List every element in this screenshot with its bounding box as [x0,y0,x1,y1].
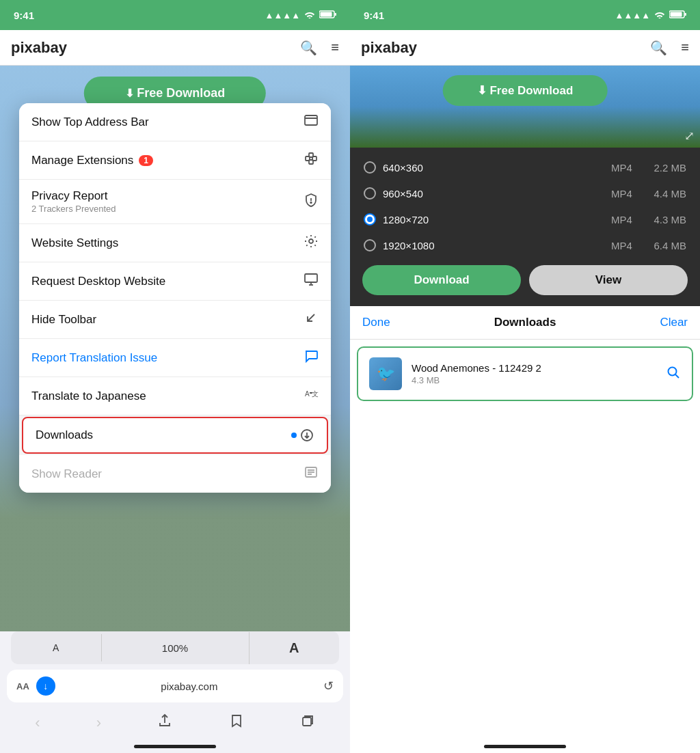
svg-rect-29 [671,12,682,16]
text-size-large-a[interactable]: A [249,632,340,664]
download-item[interactable]: 🐦 Wood Anemones - 112429 2 4.3 MB [357,346,693,401]
video-option-640[interactable]: 640×360 MP4 2.2 MB [361,156,689,179]
radio-640[interactable] [364,161,376,174]
video-selection-panel: 640×360 MP4 2.2 MB 960×540 MP4 4.4 MB 12… [350,148,700,306]
url-text[interactable]: pixabay.com [62,681,317,692]
radio-dot-1280 [367,217,373,222]
right-free-download-button[interactable]: Free Download [443,75,608,106]
menu-item-report-translation-label: Report Translation Issue [31,351,157,365]
share-button[interactable] [157,713,172,733]
svg-text:A: A [305,390,310,398]
size-1920: 6.4 MB [649,240,686,251]
left-search-icon[interactable]: 🔍 [300,40,317,56]
text-size-small-a[interactable]: A [11,634,102,661]
right-menu-icon[interactable]: ≡ [681,40,689,56]
video-action-buttons: Download View [361,265,689,295]
right-status-icons: ▲▲▲▲ [615,10,686,20]
right-time: 9:41 [364,10,384,21]
refresh-icon[interactable]: ↺ [323,679,334,694]
svg-point-12 [309,239,313,243]
menu-item-show-top-address-bar-icon [304,113,319,131]
right-phone-panel: 9:41 ▲▲▲▲ pixabay 🔍 ≡ [350,0,700,753]
menu-item-request-desktop[interactable]: Request Desktop Website [19,262,331,301]
left-address-bar: AA ↓ pixabay.com ↺ [7,670,343,702]
bookmarks-button[interactable] [229,713,244,733]
radio-1280[interactable] [364,213,376,225]
menu-item-translate-japanese[interactable]: Translate to Japanese A 文 [19,377,331,415]
download-thumbnail: 🐦 [369,357,402,390]
video-option-960[interactable]: 960×540 MP4 4.4 MB [361,182,689,205]
signal-icon: ▲▲▲▲ [265,10,300,20]
menu-item-hide-toolbar-label: Hide Toolbar [31,313,96,327]
video-option-1920[interactable]: 1920×1080 MP4 6.4 MB [361,234,689,257]
left-nav-bar: pixabay 🔍 ≡ [0,30,350,66]
menu-item-privacy-report-icon [304,193,319,211]
svg-rect-9 [309,160,313,164]
download-size: 4.3 MB [412,375,656,385]
view-button[interactable]: View [529,265,688,295]
extensions-badge: 1 [139,155,153,166]
tabs-button[interactable] [300,713,315,733]
download-circle-button[interactable]: ↓ [36,676,55,696]
text-size-row: A 100% A [11,631,339,664]
svg-rect-26 [303,717,311,726]
right-nav-bar: pixabay 🔍 ≡ [350,30,700,66]
svg-point-11 [310,202,312,203]
forward-button[interactable]: › [96,714,101,732]
menu-item-privacy-report[interactable]: Privacy Report 2 Trackers Prevented [19,180,331,224]
menu-item-downloads[interactable]: Downloads [22,417,328,454]
svg-rect-13 [305,274,317,282]
svg-rect-8 [309,153,313,157]
radio-1920[interactable] [364,239,376,251]
menu-item-manage-extensions[interactable]: Manage Extensions 1 [19,141,331,180]
downloads-clear-button[interactable]: Clear [660,316,688,329]
menu-item-website-settings-label: Website Settings [31,236,118,250]
left-home-indicator [0,739,350,753]
res-640: 640×360 [383,162,604,174]
menu-item-translate-japanese-label: Translate to Japanese [31,389,146,403]
menu-item-downloads-label: Downloads [36,428,93,442]
svg-rect-3 [335,13,337,16]
speech-bubble-icon [304,348,319,367]
right-status-bar: 9:41 ▲▲▲▲ [350,0,700,30]
wifi-icon [304,10,315,20]
left-menu-icon[interactable]: ≡ [331,40,339,56]
hide-toolbar-icon [304,310,319,329]
expand-icon: ⤢ [684,128,695,143]
aa-button[interactable]: AA [16,681,29,692]
text-size-percent: 100% [102,642,249,654]
right-signal-icon: ▲▲▲▲ [615,10,650,20]
menu-item-request-desktop-label: Request Desktop Website [31,275,165,288]
right-search-icon[interactable]: 🔍 [650,40,667,56]
download-button[interactable]: Download [362,265,521,295]
downloads-done-button[interactable]: Done [362,316,390,329]
menu-item-show-reader[interactable]: Show Reader [19,455,331,493]
size-1280: 4.3 MB [649,214,686,225]
desktop-icon [304,272,319,290]
menu-item-privacy-report-label: Privacy Report [31,189,116,203]
menu-item-hide-toolbar[interactable]: Hide Toolbar [19,301,331,339]
size-640: 2.2 MB [649,162,686,174]
download-info: Wood Anemones - 112429 2 4.3 MB [412,362,656,385]
left-dropdown-menu: Show Top Address Bar Manage Extensions 1 [19,103,331,493]
svg-rect-2 [321,12,332,16]
download-search-icon[interactable] [666,365,681,383]
video-options: 640×360 MP4 2.2 MB 960×540 MP4 4.4 MB 12… [361,156,689,257]
right-empty-area [350,523,700,739]
thumbnail-bird-icon: 🐦 [377,365,395,383]
video-option-1280[interactable]: 1280×720 MP4 4.3 MB [361,208,689,231]
menu-item-privacy-report-subtitle: 2 Trackers Prevented [31,204,116,214]
menu-item-report-translation[interactable]: Report Translation Issue [19,339,331,377]
svg-point-31 [669,367,677,375]
svg-text:文: 文 [312,390,319,398]
radio-960[interactable] [364,187,376,200]
menu-item-show-top-address-bar[interactable]: Show Top Address Bar [19,103,331,141]
left-status-icons: ▲▲▲▲ [265,10,336,20]
left-status-bar: 9:41 ▲▲▲▲ [0,0,350,30]
menu-item-downloads-right [291,428,314,443]
back-button[interactable]: ‹ [35,714,40,732]
right-nav-icons: 🔍 ≡ [650,40,689,56]
menu-item-website-settings[interactable]: Website Settings [19,224,331,262]
left-phone-panel: 9:41 ▲▲▲▲ pixabay 🔍 ≡ [0,0,350,753]
downloads-title: Downloads [494,316,556,329]
